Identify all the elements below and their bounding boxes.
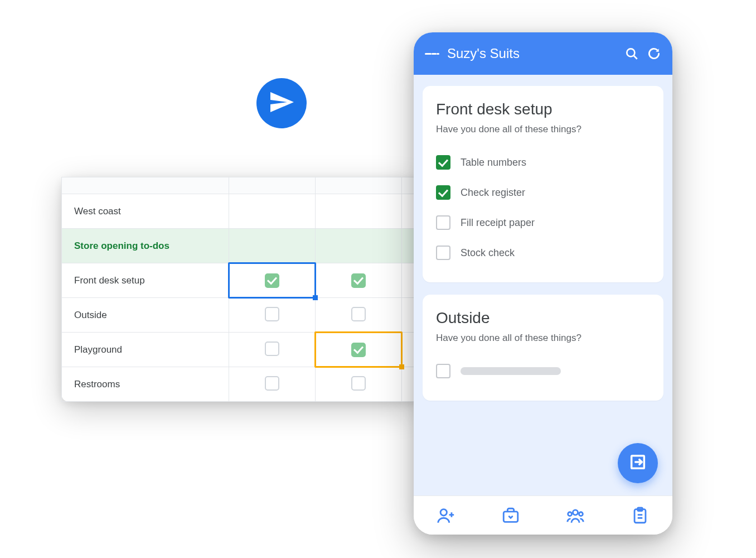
sheet-title[interactable]: Store opening to-dos [62, 229, 229, 263]
checkbox-checked-icon[interactable] [265, 273, 279, 288]
card-front-desk: Front desk setup Have you done all of th… [423, 86, 663, 282]
svg-line-1 [634, 56, 637, 59]
checkbox-checked-icon[interactable] [351, 273, 366, 288]
phone-mockup: Suzy's Suits Front desk setup Have you d… [414, 32, 672, 535]
svg-point-9 [579, 512, 583, 516]
checkbox-empty-icon[interactable] [351, 376, 366, 391]
card-title: Front desk setup [436, 100, 650, 118]
checkbox-checked-icon[interactable] [436, 185, 450, 200]
app-bar: Suzy's Suits [414, 32, 672, 75]
checkbox-empty-icon[interactable] [265, 341, 279, 356]
cell-check[interactable] [316, 333, 402, 367]
paper-plane-icon [268, 89, 295, 118]
sheet-row-front-desk: Front desk setup [62, 263, 419, 298]
task-label: Fill receipt paper [461, 217, 535, 229]
checkbox-empty-icon[interactable] [351, 307, 366, 321]
search-icon[interactable] [624, 46, 639, 61]
row-label[interactable]: Playground [62, 333, 229, 367]
task-row[interactable]: Fill receipt paper [436, 208, 650, 238]
fab-button[interactable] [618, 443, 658, 483]
svg-rect-6 [503, 511, 518, 521]
card-subtitle: Have you done all of these things? [436, 124, 650, 135]
bottom-nav [414, 496, 672, 535]
task-row[interactable]: Check register [436, 177, 650, 208]
briefcase-icon[interactable] [501, 506, 520, 525]
checkbox-empty-icon[interactable] [265, 376, 279, 391]
card-subtitle: Have you done all of these things? [436, 333, 650, 344]
task-label: Check register [461, 187, 525, 199]
exit-to-app-icon [628, 453, 647, 474]
task-row[interactable]: Table numbers [436, 147, 650, 177]
checkbox-empty-icon[interactable] [436, 215, 450, 230]
checkbox-empty-icon[interactable] [436, 246, 450, 260]
row-label[interactable]: Outside [62, 298, 229, 333]
sheet-location[interactable]: West coast [62, 194, 229, 229]
sheet-location-row: West coast [62, 194, 419, 229]
sheet-row-outside: Outside [62, 298, 419, 333]
cell-check[interactable] [316, 263, 402, 298]
checkbox-empty-icon[interactable] [436, 364, 450, 378]
phone-body: Front desk setup Have you done all of th… [414, 75, 672, 496]
svg-point-0 [627, 49, 634, 56]
checkbox-checked-icon[interactable] [436, 155, 450, 170]
checkbox-checked-icon[interactable] [351, 343, 366, 357]
task-row[interactable] [436, 356, 650, 386]
svg-point-8 [568, 512, 572, 516]
sheet-title-row: Store opening to-dos [62, 229, 419, 263]
sheet-row-playground: Playground [62, 333, 419, 367]
placeholder-text [461, 367, 561, 375]
group-icon[interactable] [566, 506, 585, 525]
app-title: Suzy's Suits [447, 46, 617, 61]
card-title: Outside [436, 309, 650, 327]
task-label: Table numbers [461, 157, 526, 169]
svg-point-7 [573, 509, 578, 514]
clipboard-icon[interactable] [631, 506, 650, 525]
cell-check[interactable] [229, 263, 316, 298]
checkbox-empty-icon[interactable] [265, 307, 279, 321]
row-label[interactable]: Front desk setup [62, 263, 229, 298]
refresh-icon[interactable] [647, 46, 661, 61]
send-badge [256, 78, 307, 128]
task-row[interactable]: Stock check [436, 238, 650, 268]
row-label[interactable]: Restrooms [62, 367, 229, 402]
spreadsheet: West coast Store opening to-dos Front de… [61, 177, 418, 402]
sort-icon[interactable] [425, 46, 439, 61]
sheet-row-restrooms: Restrooms [62, 367, 419, 402]
person-add-icon[interactable] [437, 506, 455, 525]
card-outside: Outside Have you done all of these thing… [423, 295, 663, 401]
task-label: Stock check [461, 247, 515, 259]
svg-point-3 [440, 509, 447, 515]
